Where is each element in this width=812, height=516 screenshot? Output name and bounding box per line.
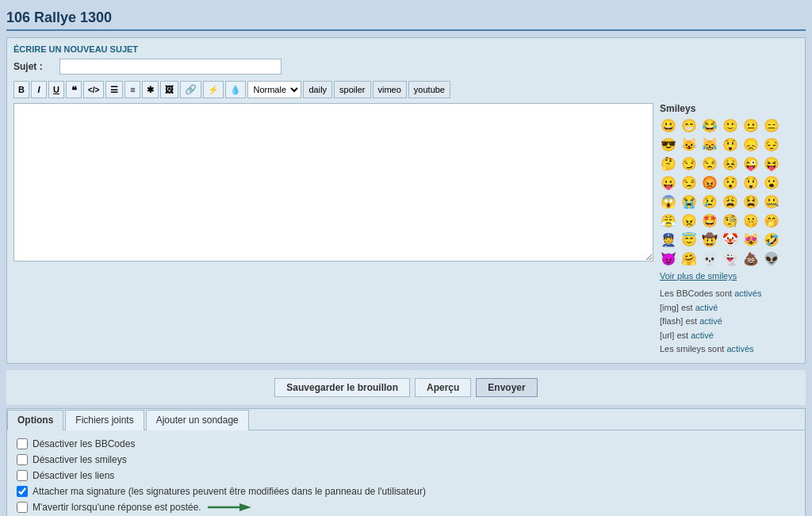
option-row-links: Désactiver les liens: [17, 470, 795, 481]
smiley[interactable]: 😜: [742, 155, 760, 173]
smiley[interactable]: 😝: [763, 155, 780, 173]
smiley[interactable]: 😲: [742, 174, 760, 192]
green-arrow-icon: [208, 502, 251, 513]
smiley[interactable]: 😲: [722, 136, 739, 154]
smiley[interactable]: 😞: [742, 136, 760, 154]
smiley[interactable]: 😩: [722, 193, 739, 211]
smiley[interactable]: 😀: [660, 117, 677, 135]
main-panel: ÉCRIRE UN NOUVEAU SUJET Sujet : B I U ❝ …: [6, 37, 806, 364]
link-button[interactable]: 🔗: [180, 81, 201, 98]
smiley[interactable]: 😡: [701, 174, 718, 192]
smiley[interactable]: 😭: [680, 193, 698, 211]
bbcode-line2: [img] est activé: [660, 301, 799, 315]
smiley[interactable]: 😐: [742, 117, 760, 135]
smiley[interactable]: 👻: [722, 250, 739, 268]
smiley[interactable]: 😔: [763, 136, 780, 154]
size-select[interactable]: Normale Petite Grande: [247, 81, 301, 98]
smiley[interactable]: 😯: [722, 174, 739, 192]
smiley[interactable]: 💀: [701, 250, 718, 268]
smiley[interactable]: 👽: [763, 250, 780, 268]
vimeo-button[interactable]: vimeo: [373, 81, 407, 98]
smiley[interactable]: 💩: [742, 250, 760, 268]
disable-smileys-checkbox[interactable]: [17, 454, 28, 465]
subject-row: Sujet :: [13, 59, 799, 75]
save-draft-button[interactable]: Sauvegarder le brouillon: [274, 378, 410, 397]
smiley[interactable]: 😎: [660, 136, 677, 154]
smiley[interactable]: 😮: [763, 174, 780, 192]
list-unordered-button[interactable]: ☰: [105, 81, 123, 98]
smiley[interactable]: 🧐: [722, 212, 739, 230]
smiley[interactable]: 🤩: [701, 212, 718, 230]
smiley[interactable]: 😁: [680, 117, 698, 135]
quote-button[interactable]: ❝: [66, 81, 82, 98]
smiley[interactable]: 😇: [680, 231, 698, 249]
smiley[interactable]: 👮: [660, 231, 677, 249]
smiley[interactable]: 😏: [680, 155, 698, 173]
disable-bbcodes-checkbox[interactable]: [17, 438, 28, 449]
page-title: 106 Rallye 1300: [6, 6, 806, 31]
buttons-row: Sauvegarder le brouillon Aperçu Envoyer: [6, 370, 806, 405]
special-button[interactable]: ✱: [142, 81, 159, 98]
attach-signature-checkbox[interactable]: [17, 486, 28, 497]
message-textarea[interactable]: [13, 103, 653, 262]
disable-links-label: Désactiver les liens: [33, 470, 114, 481]
smiley[interactable]: 😤: [660, 212, 677, 230]
smiley[interactable]: 😫: [742, 193, 760, 211]
list-ordered-button[interactable]: ≡: [124, 81, 140, 98]
code-button[interactable]: </>: [83, 81, 104, 98]
underline-button[interactable]: U: [48, 81, 64, 98]
smiley[interactable]: 🤭: [763, 212, 780, 230]
notify-reply-label: M'avertir lorsqu'une réponse est postée.: [33, 502, 201, 513]
smiley[interactable]: 🤔: [660, 155, 677, 173]
smiley[interactable]: 🤐: [763, 193, 780, 211]
smiley[interactable]: 😑: [763, 117, 780, 135]
smiley[interactable]: 🤣: [763, 231, 780, 249]
smiley[interactable]: 🤠: [701, 231, 718, 249]
editor-smileys-row: Smileys 😀 😁 😂 🙂 😐 😑 😎 😺 😹 😲 😞 😔: [13, 103, 799, 357]
smileys-grid: 😀 😁 😂 🙂 😐 😑 😎 😺 😹 😲 😞 😔 🤔 😏: [660, 117, 799, 268]
smiley[interactable]: 😢: [701, 193, 718, 211]
tab-poll[interactable]: Ajouter un sondage: [146, 410, 249, 430]
subject-input[interactable]: [59, 59, 282, 75]
smiley[interactable]: 😂: [701, 117, 718, 135]
smiley[interactable]: 😣: [722, 155, 739, 173]
smiley[interactable]: 🙂: [722, 117, 739, 135]
disable-bbcodes-label: Désactiver les BBCodes: [33, 438, 135, 449]
option-row-signature: Attacher ma signature (les signatures pe…: [17, 486, 795, 497]
smiley[interactable]: 😱: [660, 193, 677, 211]
smiley[interactable]: 🤡: [722, 231, 739, 249]
send-button[interactable]: Envoyer: [476, 378, 537, 397]
see-more-smileys-link[interactable]: Voir plus de smileys: [660, 271, 799, 281]
toolbar: B I U ❝ </> ☰ ≡ ✱ 🖼 🔗 ⚡ 💧 Normale Petite…: [13, 81, 799, 98]
smiley[interactable]: 😻: [742, 231, 760, 249]
smiley[interactable]: 😺: [680, 136, 698, 154]
bbcode-info: Les BBCodes sont activés [img] est activ…: [660, 287, 799, 357]
spoiler-button[interactable]: spoiler: [334, 81, 370, 98]
tab-attachments[interactable]: Fichiers joints: [65, 410, 144, 430]
notify-reply-checkbox[interactable]: [17, 502, 28, 513]
disable-links-checkbox[interactable]: [17, 470, 28, 481]
option-row-notify: M'avertir lorsqu'une réponse est postée.: [17, 502, 795, 513]
tabs-header: Options Fichiers joints Ajouter un sonda…: [7, 409, 805, 430]
subject-label: Sujet :: [13, 61, 53, 72]
image-button[interactable]: 🖼: [160, 81, 178, 98]
daily-button[interactable]: daily: [303, 81, 332, 98]
lightning-button[interactable]: ⚡: [203, 81, 224, 98]
disable-smileys-label: Désactiver les smileys: [33, 454, 127, 465]
smiley[interactable]: 😈: [660, 250, 677, 268]
smiley[interactable]: 😒: [680, 174, 698, 192]
tab-options[interactable]: Options: [7, 410, 63, 430]
smiley[interactable]: 😒: [701, 155, 718, 173]
smiley[interactable]: 😛: [660, 174, 677, 192]
bold-button[interactable]: B: [13, 81, 29, 98]
italic-button[interactable]: I: [31, 81, 47, 98]
smileys-panel: Smileys 😀 😁 😂 🙂 😐 😑 😎 😺 😹 😲 😞 😔: [660, 103, 799, 357]
drop-button[interactable]: 💧: [225, 81, 246, 98]
editor-area: [13, 103, 653, 357]
preview-button[interactable]: Aperçu: [415, 378, 471, 397]
youtube-button[interactable]: youtube: [408, 81, 450, 98]
smiley[interactable]: 🤫: [742, 212, 760, 230]
smiley[interactable]: 😹: [701, 136, 718, 154]
smiley[interactable]: 🤗: [680, 250, 698, 268]
smiley[interactable]: 😠: [680, 212, 698, 230]
